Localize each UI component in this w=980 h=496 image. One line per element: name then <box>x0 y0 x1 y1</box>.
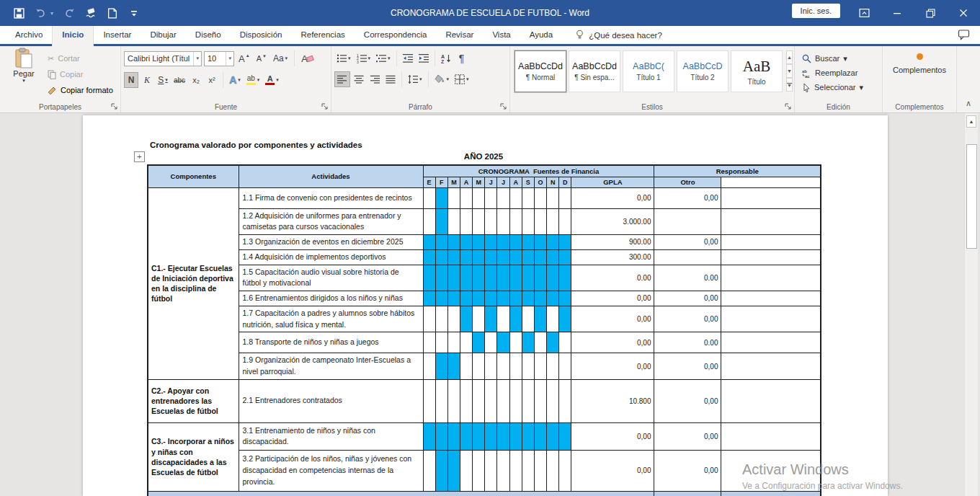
gantt-cell-active[interactable] <box>460 249 472 265</box>
gantt-cell-active[interactable] <box>559 249 571 265</box>
gantt-cell-active[interactable] <box>435 291 447 306</box>
gpla-value-cell[interactable]: 0,00 <box>571 332 654 353</box>
font-size-combo[interactable]: 10▾ <box>204 51 234 66</box>
gantt-cell[interactable] <box>435 306 447 332</box>
gantt-cell-active[interactable] <box>435 265 447 291</box>
gantt-cell-active[interactable] <box>485 306 497 332</box>
activity-cell[interactable]: 1.4 Adquisición de implementos deportivo… <box>239 249 423 265</box>
gantt-cell[interactable] <box>497 450 509 491</box>
month-header-9[interactable]: S <box>522 177 534 187</box>
month-header-2[interactable]: F <box>435 177 447 187</box>
month-header-5[interactable]: M <box>473 177 485 187</box>
otro-value-cell[interactable]: 0,00 <box>654 379 721 422</box>
month-header-8[interactable]: A <box>509 177 522 187</box>
gpla-value-cell[interactable]: 900.00 <box>571 235 654 250</box>
responsable-cell[interactable] <box>721 450 821 491</box>
gantt-cell-active[interactable] <box>559 422 571 450</box>
collapse-ribbon-icon[interactable]: ∧ <box>966 99 971 108</box>
gantt-cell-active[interactable] <box>509 306 522 332</box>
activity-cell[interactable]: 1.5 Capacitación audio visual sobre hist… <box>239 265 423 291</box>
tab-disposicion[interactable]: Disposición <box>231 26 292 46</box>
gantt-cell-active[interactable] <box>497 249 509 265</box>
styles-dialog-launcher-icon[interactable] <box>785 103 792 110</box>
text-effects-button[interactable]: A▾ <box>227 72 243 88</box>
gantt-cell[interactable] <box>473 208 485 235</box>
format-painter-button[interactable]: Copiar formato <box>45 83 116 97</box>
gantt-cell[interactable] <box>497 353 509 380</box>
gantt-cell[interactable] <box>423 450 435 491</box>
gpla-value-cell[interactable]: 3.000.00 <box>571 208 654 235</box>
activity-cell[interactable]: 3.2 Participación de los niños, niñas y … <box>239 450 423 491</box>
gantt-cell-active[interactable] <box>460 235 472 250</box>
gantt-cell-active[interactable] <box>473 422 485 450</box>
gantt-cell-active[interactable] <box>460 422 472 450</box>
gantt-cell-active[interactable] <box>559 306 571 332</box>
gantt-cell-active[interactable] <box>534 249 546 265</box>
gantt-cell[interactable] <box>447 208 460 235</box>
activity-cell[interactable]: 1.7 Capacitación a padres y alumnos sobr… <box>239 306 423 332</box>
gantt-cell[interactable] <box>473 450 485 491</box>
component-cell[interactable]: C1.- Ejecutar Escuelas de Iniciación dep… <box>148 187 239 379</box>
gantt-cell[interactable] <box>485 332 497 353</box>
responsable-cell[interactable] <box>721 291 821 306</box>
gantt-cell-active[interactable] <box>547 422 559 450</box>
doc-heading[interactable]: Cronograma valorado por componentes y ac… <box>150 141 362 149</box>
gantt-cell[interactable] <box>460 379 472 422</box>
shading-button[interactable]: ▾ <box>432 71 452 87</box>
gantt-cell-active[interactable] <box>447 235 460 250</box>
gantt-cell-active[interactable] <box>447 249 460 265</box>
gantt-cell-active[interactable] <box>447 265 460 291</box>
responsable-cell[interactable] <box>721 208 821 235</box>
gantt-cell[interactable] <box>447 306 460 332</box>
gantt-cell[interactable] <box>547 187 559 208</box>
gantt-cell[interactable] <box>534 187 546 208</box>
month-header-6[interactable]: J <box>485 177 497 187</box>
font-color-button[interactable]: A▾ <box>263 72 281 88</box>
header-componentes[interactable]: Componentes <box>148 165 239 187</box>
justify-button[interactable] <box>383 71 398 87</box>
gantt-cell[interactable] <box>485 450 497 491</box>
gantt-cell-active[interactable] <box>522 235 534 250</box>
month-header-4[interactable]: A <box>460 177 472 187</box>
otro-value-cell[interactable]: 0.00 <box>654 265 721 291</box>
otro-value-cell[interactable]: 0,00 <box>654 187 721 208</box>
gantt-cell[interactable] <box>547 306 559 332</box>
gantt-cell-active[interactable] <box>447 353 460 380</box>
gantt-cell-active[interactable] <box>423 235 435 250</box>
gantt-cell[interactable] <box>423 332 435 353</box>
style-card--normal[interactable]: AaBbCcDd¶ Normal <box>514 50 566 92</box>
gantt-cell-active[interactable] <box>559 235 571 250</box>
otro-value-cell[interactable] <box>654 208 721 235</box>
gantt-cell-active[interactable] <box>522 332 534 353</box>
new-document-icon[interactable] <box>107 7 118 19</box>
underline-button[interactable]: S▾ <box>156 72 170 88</box>
gantt-cell[interactable] <box>522 379 534 422</box>
subscript-button[interactable]: x₂ <box>189 72 203 88</box>
gpla-value-cell[interactable]: 0,00 <box>571 450 654 491</box>
tab-vista[interactable]: Vista <box>483 26 520 46</box>
gantt-cell[interactable] <box>534 450 546 491</box>
superscript-button[interactable]: x² <box>205 72 219 88</box>
align-right-button[interactable] <box>368 71 382 87</box>
gantt-cell-active[interactable] <box>522 265 534 291</box>
gantt-cell[interactable] <box>509 187 522 208</box>
gantt-cell[interactable] <box>497 187 509 208</box>
gantt-cell[interactable] <box>485 379 497 422</box>
gantt-cell-active[interactable] <box>435 208 447 235</box>
style-card-t-tulo-1[interactable]: AaBbC(Título 1 <box>623 50 674 92</box>
gantt-cell-active[interactable] <box>485 422 497 450</box>
ink-eraser-icon[interactable] <box>85 7 97 19</box>
align-center-button[interactable] <box>352 71 366 87</box>
style-card--sin-espa-[interactable]: AaBbCcDd¶ Sin espa... <box>569 50 620 92</box>
gantt-cell[interactable] <box>497 306 509 332</box>
gpla-value-cell[interactable]: 0,00 <box>571 422 654 450</box>
activity-cell[interactable]: 1.2 Adquisición de uniformes para entren… <box>239 208 423 235</box>
gantt-cell[interactable] <box>509 379 522 422</box>
total-responsable-cell[interactable] <box>721 491 821 496</box>
gantt-cell[interactable] <box>522 187 534 208</box>
paste-button[interactable]: Pegar ▾ <box>4 48 43 98</box>
activity-cell[interactable]: 1.6 Entrenamientos dirigidos a los niños… <box>239 291 423 306</box>
gantt-cell-active[interactable] <box>460 291 472 306</box>
gantt-cell[interactable] <box>497 379 509 422</box>
gantt-cell-active[interactable] <box>485 235 497 250</box>
